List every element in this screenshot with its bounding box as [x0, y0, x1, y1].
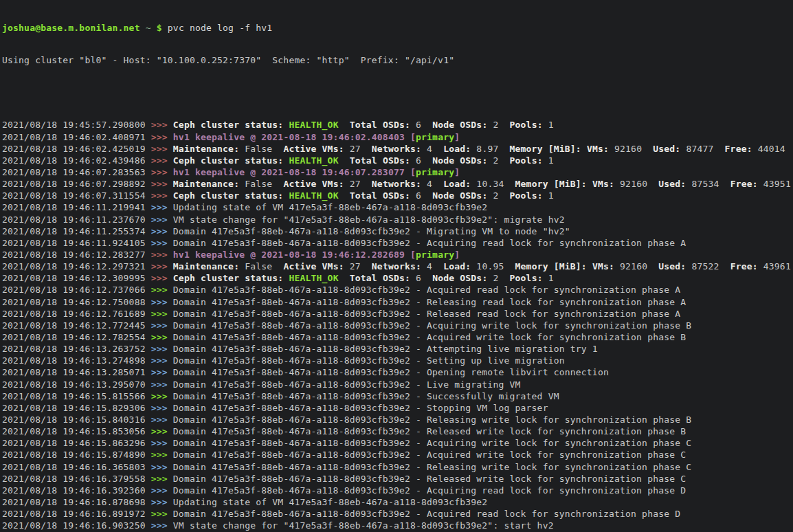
log-timestamp: 2021/08/18 19:46:12.737066 [2, 285, 151, 295]
log-message-segment: Active VMs: [283, 144, 344, 154]
log-message-segment: Domain 417e5a3f-88eb-467a-a118-8d093cfb3… [173, 367, 609, 377]
log-message-segment: 44014 [752, 144, 785, 154]
log-line: 2021/08/18 19:46:16.379558 >>> Domain 41… [2, 473, 793, 485]
log-timestamp: 2021/08/18 19:46:16.392360 [2, 485, 151, 496]
cluster-info-line: Using cluster "bl0" - Host: "10.100.0.25… [2, 54, 793, 66]
log-message-segment: Domain 417e5a3f-88eb-467a-a118-8d093cfb3… [173, 426, 686, 436]
log-message-segment: Domain 417e5a3f-88eb-467a-a118-8d093cfb3… [173, 391, 559, 401]
log-timestamp: 2021/08/18 19:46:12.309995 [2, 273, 151, 283]
terminal-window[interactable]: joshua@base.m.bonilan.net ~ $ pvc node l… [0, 0, 793, 532]
log-timestamp: 2021/08/18 19:45:57.290800 [2, 120, 151, 130]
log-line: 2021/08/18 19:46:07.311554 >>> Ceph clus… [2, 190, 793, 201]
log-message-segment: primary [416, 167, 454, 177]
log-line: 2021/08/18 19:46:07.298892 >>> Maintenan… [2, 178, 793, 190]
blank-line [2, 87, 793, 98]
log-message-segment: Active VMs: [283, 261, 344, 271]
log-message-segment: Free: [730, 179, 758, 189]
log-message-segment: Domain 417e5a3f-88eb-467a-a118-8d093cfb3… [173, 403, 548, 413]
log-message-segment: Ceph cluster status: [173, 120, 284, 130]
log-marker-icon: >>> [151, 250, 173, 260]
log-message-segment: 87477 [680, 144, 724, 154]
log-timestamp: 2021/08/18 19:46:16.365803 [2, 462, 151, 472]
log-message-segment: Domain 417e5a3f-88eb-467a-a118-8d093cfb3… [173, 332, 686, 342]
log-message-segment: Memory [MiB]: [510, 144, 581, 154]
log-message-segment [581, 144, 587, 154]
log-message-segment: Maintenance: [173, 144, 239, 154]
log-line: 2021/08/18 19:46:12.309995 >>> Ceph clus… [2, 272, 793, 284]
log-message-segment: HEALTH_OK [289, 120, 338, 130]
log-message-segment: Networks: [372, 179, 421, 189]
log-line: 2021/08/18 19:46:16.891972 >>> Domain 41… [2, 508, 793, 520]
log-message-segment: 43951 [758, 179, 791, 189]
log-marker-icon: >>> [151, 202, 173, 212]
log-marker-icon: >>> [151, 450, 173, 460]
log-marker-icon: >>> [151, 226, 173, 236]
log-line: 2021/08/18 19:46:12.297321 >>> Maintenan… [2, 261, 793, 272]
log-message-segment: Total OSDs: [350, 120, 410, 130]
log-message-segment: Domain 417e5a3f-88eb-467a-a118-8d093cfb3… [173, 344, 598, 354]
log-message-segment: Node OSDs: [432, 155, 487, 166]
log-message-segment: Maintenance: [173, 179, 239, 189]
log-timestamp: 2021/08/18 19:46:13.285071 [2, 367, 151, 377]
log-message-segment: 27 [344, 179, 372, 189]
log-line: 2021/08/18 19:46:15.840316 >>> Domain 41… [2, 414, 793, 425]
log-message-segment: Ceph cluster status: [173, 155, 284, 166]
log-message-segment: Domain 417e5a3f-88eb-467a-a118-8d093cfb3… [173, 438, 692, 448]
log-marker-icon: >>> [151, 285, 173, 295]
log-message-segment: hv1 keepalive @ 2021-08-18 19:46:02.4084… [173, 132, 416, 142]
log-message-segment: 87522 [686, 261, 730, 271]
log-message-segment: Node OSDs: [432, 190, 487, 201]
log-line: 2021/08/18 19:46:13.285071 >>> Domain 41… [2, 366, 793, 378]
log-message-segment: Domain 417e5a3f-88eb-467a-a118-8d093cfb3… [173, 297, 686, 307]
log-message-segment: Domain 417e5a3f-88eb-467a-a118-8d093cfb3… [173, 450, 686, 460]
log-message-segment: 4 [421, 144, 443, 154]
log-message-segment: Domain 417e5a3f-88eb-467a-a118-8d093cfb3… [173, 285, 680, 295]
log-marker-icon: >>> [151, 403, 173, 413]
log-timestamp: 2021/08/18 19:46:15.840316 [2, 414, 151, 425]
log-marker-icon: >>> [151, 261, 173, 271]
log-line: 2021/08/18 19:46:15.853056 >>> Domain 41… [2, 425, 793, 437]
log-message-segment: 1 [543, 120, 554, 130]
log-message-segment: ] [454, 250, 460, 260]
log-message-segment: Load: [443, 144, 471, 154]
log-marker-icon: >>> [151, 391, 173, 401]
log-timestamp: 2021/08/18 19:46:07.283563 [2, 167, 151, 177]
log-message-segment: hv1 keepalive @ 2021-08-18 19:46:07.2830… [173, 167, 416, 177]
log-timestamp: 2021/08/18 19:46:02.408971 [2, 132, 151, 142]
log-marker-icon: >>> [151, 132, 173, 142]
log-marker-icon: >>> [151, 426, 173, 436]
log-line: 2021/08/18 19:46:16.878698 >>> Updating … [2, 496, 793, 508]
log-message-segment: Domain 417e5a3f-88eb-467a-a118-8d093cfb3… [173, 320, 692, 331]
log-line: 2021/08/18 19:46:13.295070 >>> Domain 41… [2, 379, 793, 390]
log-timestamp: 2021/08/18 19:46:12.761689 [2, 309, 151, 319]
log-message-segment: Updating state of VM 417e5a3f-88eb-467a-… [173, 202, 488, 212]
log-marker-icon: >>> [151, 367, 173, 377]
log-message-segment: Domain 417e5a3f-88eb-467a-a118-8d093cfb3… [173, 379, 521, 390]
log-line: 2021/08/18 19:46:02.425019 >>> Maintenan… [2, 143, 793, 155]
log-line: 2021/08/18 19:46:15.863296 >>> Domain 41… [2, 437, 793, 449]
log-output: 2021/08/18 19:45:57.290800 >>> Ceph clus… [2, 119, 793, 532]
log-timestamp: 2021/08/18 19:46:16.878698 [2, 497, 151, 507]
log-line: 2021/08/18 19:46:15.829306 >>> Domain 41… [2, 402, 793, 414]
log-timestamp: 2021/08/18 19:46:15.815566 [2, 391, 151, 401]
log-timestamp: 2021/08/18 19:46:16.891972 [2, 509, 151, 519]
log-message-segment: Ceph cluster status: [173, 273, 284, 283]
log-line: 2021/08/18 19:46:12.737066 >>> Domain 41… [2, 284, 793, 296]
log-message-segment: Free: [730, 261, 758, 271]
log-line: 2021/08/18 19:46:02.439486 >>> Ceph clus… [2, 155, 793, 166]
log-message-segment: 2 [487, 273, 509, 283]
log-message-segment: Total OSDs: [350, 190, 410, 201]
log-message-segment: hv1 keepalive @ 2021-08-18 19:46:12.2826… [173, 250, 416, 260]
log-timestamp: 2021/08/18 19:46:13.295070 [2, 379, 151, 390]
log-message-segment: 87534 [686, 179, 730, 189]
log-marker-icon: >>> [151, 309, 173, 319]
log-line: 2021/08/18 19:46:12.782554 >>> Domain 41… [2, 331, 793, 343]
log-message-segment: Used: [658, 261, 686, 271]
log-timestamp: 2021/08/18 19:46:11.237670 [2, 214, 151, 225]
log-message-segment [339, 155, 350, 166]
log-message-segment: 4 [421, 179, 443, 189]
log-marker-icon: >>> [151, 485, 173, 496]
log-marker-icon: >>> [151, 320, 173, 331]
log-marker-icon: >>> [151, 344, 173, 354]
log-message-segment: VMs: [592, 179, 614, 189]
